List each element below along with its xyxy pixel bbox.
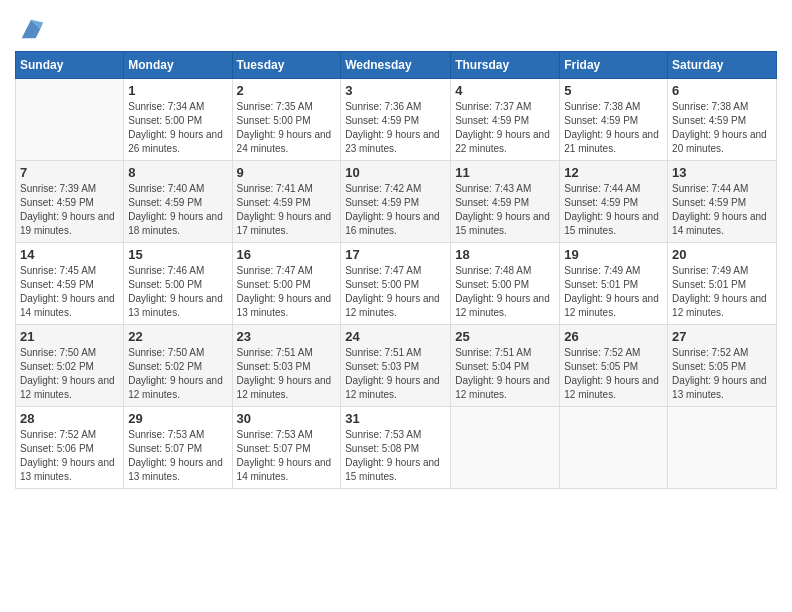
calendar-cell: 13Sunrise: 7:44 AMSunset: 4:59 PMDayligh…: [668, 161, 777, 243]
weekday-header-monday: Monday: [124, 52, 232, 79]
calendar-cell: 28Sunrise: 7:52 AMSunset: 5:06 PMDayligh…: [16, 407, 124, 489]
weekday-header-friday: Friday: [560, 52, 668, 79]
calendar-week-row: 28Sunrise: 7:52 AMSunset: 5:06 PMDayligh…: [16, 407, 777, 489]
day-info: Sunrise: 7:53 AMSunset: 5:07 PMDaylight:…: [128, 428, 227, 484]
day-info: Sunrise: 7:40 AMSunset: 4:59 PMDaylight:…: [128, 182, 227, 238]
day-info: Sunrise: 7:49 AMSunset: 5:01 PMDaylight:…: [672, 264, 772, 320]
page-container: SundayMondayTuesdayWednesdayThursdayFrid…: [0, 0, 792, 499]
day-info: Sunrise: 7:52 AMSunset: 5:05 PMDaylight:…: [564, 346, 663, 402]
calendar-cell: 21Sunrise: 7:50 AMSunset: 5:02 PMDayligh…: [16, 325, 124, 407]
day-number: 19: [564, 247, 663, 262]
day-info: Sunrise: 7:41 AMSunset: 4:59 PMDaylight:…: [237, 182, 337, 238]
calendar-cell: 19Sunrise: 7:49 AMSunset: 5:01 PMDayligh…: [560, 243, 668, 325]
day-number: 22: [128, 329, 227, 344]
day-info: Sunrise: 7:51 AMSunset: 5:03 PMDaylight:…: [237, 346, 337, 402]
day-info: Sunrise: 7:52 AMSunset: 5:06 PMDaylight:…: [20, 428, 119, 484]
calendar-cell: 12Sunrise: 7:44 AMSunset: 4:59 PMDayligh…: [560, 161, 668, 243]
calendar-table: SundayMondayTuesdayWednesdayThursdayFrid…: [15, 51, 777, 489]
day-info: Sunrise: 7:47 AMSunset: 5:00 PMDaylight:…: [237, 264, 337, 320]
day-number: 8: [128, 165, 227, 180]
day-number: 25: [455, 329, 555, 344]
day-number: 31: [345, 411, 446, 426]
calendar-cell: 27Sunrise: 7:52 AMSunset: 5:05 PMDayligh…: [668, 325, 777, 407]
day-info: Sunrise: 7:46 AMSunset: 5:00 PMDaylight:…: [128, 264, 227, 320]
calendar-cell: 16Sunrise: 7:47 AMSunset: 5:00 PMDayligh…: [232, 243, 341, 325]
day-info: Sunrise: 7:45 AMSunset: 4:59 PMDaylight:…: [20, 264, 119, 320]
day-info: Sunrise: 7:44 AMSunset: 4:59 PMDaylight:…: [672, 182, 772, 238]
calendar-cell: 14Sunrise: 7:45 AMSunset: 4:59 PMDayligh…: [16, 243, 124, 325]
calendar-week-row: 7Sunrise: 7:39 AMSunset: 4:59 PMDaylight…: [16, 161, 777, 243]
calendar-cell: [16, 79, 124, 161]
day-number: 29: [128, 411, 227, 426]
day-number: 7: [20, 165, 119, 180]
logo-icon: [17, 15, 45, 43]
calendar-cell: 29Sunrise: 7:53 AMSunset: 5:07 PMDayligh…: [124, 407, 232, 489]
day-info: Sunrise: 7:38 AMSunset: 4:59 PMDaylight:…: [564, 100, 663, 156]
calendar-cell: 20Sunrise: 7:49 AMSunset: 5:01 PMDayligh…: [668, 243, 777, 325]
calendar-week-row: 21Sunrise: 7:50 AMSunset: 5:02 PMDayligh…: [16, 325, 777, 407]
day-number: 15: [128, 247, 227, 262]
day-number: 12: [564, 165, 663, 180]
day-number: 21: [20, 329, 119, 344]
calendar-cell: 11Sunrise: 7:43 AMSunset: 4:59 PMDayligh…: [451, 161, 560, 243]
calendar-cell: [668, 407, 777, 489]
day-info: Sunrise: 7:50 AMSunset: 5:02 PMDaylight:…: [128, 346, 227, 402]
day-info: Sunrise: 7:36 AMSunset: 4:59 PMDaylight:…: [345, 100, 446, 156]
header: [15, 10, 777, 43]
calendar-cell: 18Sunrise: 7:48 AMSunset: 5:00 PMDayligh…: [451, 243, 560, 325]
day-number: 28: [20, 411, 119, 426]
calendar-cell: 4Sunrise: 7:37 AMSunset: 4:59 PMDaylight…: [451, 79, 560, 161]
day-number: 10: [345, 165, 446, 180]
calendar-cell: 17Sunrise: 7:47 AMSunset: 5:00 PMDayligh…: [341, 243, 451, 325]
day-info: Sunrise: 7:52 AMSunset: 5:05 PMDaylight:…: [672, 346, 772, 402]
day-info: Sunrise: 7:51 AMSunset: 5:04 PMDaylight:…: [455, 346, 555, 402]
calendar-cell: 6Sunrise: 7:38 AMSunset: 4:59 PMDaylight…: [668, 79, 777, 161]
weekday-header-wednesday: Wednesday: [341, 52, 451, 79]
day-number: 6: [672, 83, 772, 98]
day-number: 2: [237, 83, 337, 98]
calendar-cell: 22Sunrise: 7:50 AMSunset: 5:02 PMDayligh…: [124, 325, 232, 407]
day-info: Sunrise: 7:51 AMSunset: 5:03 PMDaylight:…: [345, 346, 446, 402]
day-number: 23: [237, 329, 337, 344]
calendar-cell: 8Sunrise: 7:40 AMSunset: 4:59 PMDaylight…: [124, 161, 232, 243]
calendar-cell: [451, 407, 560, 489]
day-info: Sunrise: 7:47 AMSunset: 5:00 PMDaylight:…: [345, 264, 446, 320]
day-number: 20: [672, 247, 772, 262]
calendar-cell: 5Sunrise: 7:38 AMSunset: 4:59 PMDaylight…: [560, 79, 668, 161]
day-number: 1: [128, 83, 227, 98]
day-info: Sunrise: 7:49 AMSunset: 5:01 PMDaylight:…: [564, 264, 663, 320]
calendar-cell: 31Sunrise: 7:53 AMSunset: 5:08 PMDayligh…: [341, 407, 451, 489]
day-info: Sunrise: 7:53 AMSunset: 5:08 PMDaylight:…: [345, 428, 446, 484]
day-info: Sunrise: 7:53 AMSunset: 5:07 PMDaylight:…: [237, 428, 337, 484]
calendar-cell: 15Sunrise: 7:46 AMSunset: 5:00 PMDayligh…: [124, 243, 232, 325]
calendar-cell: 10Sunrise: 7:42 AMSunset: 4:59 PMDayligh…: [341, 161, 451, 243]
day-number: 16: [237, 247, 337, 262]
calendar-cell: 2Sunrise: 7:35 AMSunset: 5:00 PMDaylight…: [232, 79, 341, 161]
day-info: Sunrise: 7:42 AMSunset: 4:59 PMDaylight:…: [345, 182, 446, 238]
day-number: 17: [345, 247, 446, 262]
day-number: 18: [455, 247, 555, 262]
day-number: 27: [672, 329, 772, 344]
day-info: Sunrise: 7:34 AMSunset: 5:00 PMDaylight:…: [128, 100, 227, 156]
logo: [15, 15, 45, 43]
calendar-cell: [560, 407, 668, 489]
weekday-header-thursday: Thursday: [451, 52, 560, 79]
weekday-header-row: SundayMondayTuesdayWednesdayThursdayFrid…: [16, 52, 777, 79]
calendar-cell: 25Sunrise: 7:51 AMSunset: 5:04 PMDayligh…: [451, 325, 560, 407]
calendar-cell: 7Sunrise: 7:39 AMSunset: 4:59 PMDaylight…: [16, 161, 124, 243]
calendar-cell: 30Sunrise: 7:53 AMSunset: 5:07 PMDayligh…: [232, 407, 341, 489]
weekday-header-saturday: Saturday: [668, 52, 777, 79]
day-info: Sunrise: 7:35 AMSunset: 5:00 PMDaylight:…: [237, 100, 337, 156]
day-number: 24: [345, 329, 446, 344]
day-number: 4: [455, 83, 555, 98]
day-info: Sunrise: 7:50 AMSunset: 5:02 PMDaylight:…: [20, 346, 119, 402]
day-info: Sunrise: 7:44 AMSunset: 4:59 PMDaylight:…: [564, 182, 663, 238]
calendar-week-row: 1Sunrise: 7:34 AMSunset: 5:00 PMDaylight…: [16, 79, 777, 161]
day-number: 9: [237, 165, 337, 180]
calendar-cell: 3Sunrise: 7:36 AMSunset: 4:59 PMDaylight…: [341, 79, 451, 161]
day-info: Sunrise: 7:37 AMSunset: 4:59 PMDaylight:…: [455, 100, 555, 156]
day-info: Sunrise: 7:43 AMSunset: 4:59 PMDaylight:…: [455, 182, 555, 238]
day-info: Sunrise: 7:38 AMSunset: 4:59 PMDaylight:…: [672, 100, 772, 156]
weekday-header-sunday: Sunday: [16, 52, 124, 79]
calendar-body: 1Sunrise: 7:34 AMSunset: 5:00 PMDaylight…: [16, 79, 777, 489]
